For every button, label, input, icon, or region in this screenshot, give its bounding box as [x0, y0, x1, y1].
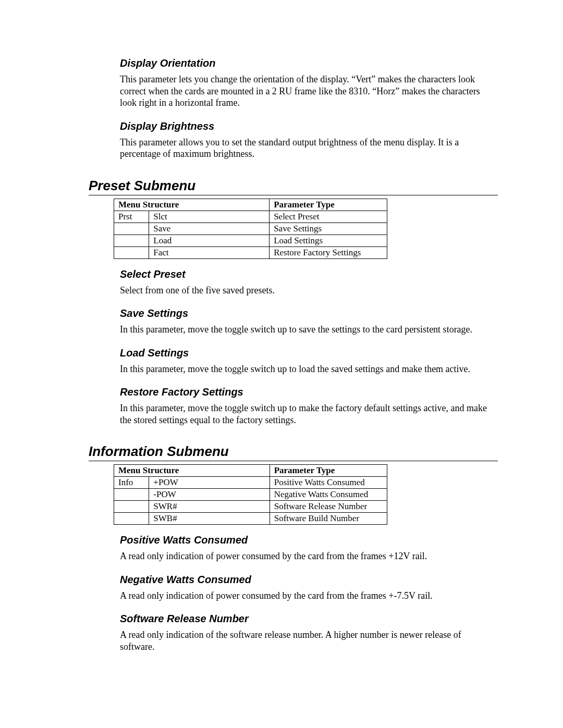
section-select-preset: Select Preset Select from one of the fiv…: [89, 268, 498, 297]
cell-empty: [114, 235, 149, 246]
th-parameter-type: Parameter Type: [270, 199, 387, 211]
heading-load-settings: Load Settings: [120, 347, 498, 359]
table-row: Load Load Settings: [114, 235, 387, 246]
table-row: Info +POW Positive Watts Consumed: [114, 477, 387, 489]
cell-code: +POW: [149, 477, 270, 489]
cell-desc: Software Build Number: [270, 513, 387, 525]
body-negative-watts: A read only indication of power consumed…: [120, 590, 498, 602]
cell-desc: Restore Factory Settings: [270, 246, 387, 258]
heading-information-submenu: Information Submenu: [89, 443, 498, 461]
section-positive-watts: Positive Watts Consumed A read only indi…: [89, 534, 498, 562]
heading-select-preset: Select Preset: [120, 268, 498, 280]
cell-desc: Save Settings: [270, 223, 387, 235]
cell-code: SWB#: [149, 513, 270, 525]
body-software-release: A read only indication of the software r…: [120, 629, 498, 652]
section-save-settings: Save Settings In this parameter, move th…: [89, 307, 498, 336]
body-display-brightness: This parameter allows you to set the sta…: [120, 137, 498, 160]
th-menu-structure: Menu Structure: [114, 199, 270, 211]
heading-display-brightness: Display Brightness: [120, 120, 498, 132]
cell-desc: Software Release Number: [270, 501, 387, 513]
body-save-settings: In this parameter, move the toggle switc…: [120, 324, 498, 336]
cell-code: SWR#: [149, 501, 270, 513]
body-restore-factory: In this parameter, move the toggle switc…: [120, 402, 498, 426]
cell-desc: Select Preset: [270, 211, 387, 223]
cell-empty: [114, 513, 149, 525]
page: Display Orientation This parameter lets …: [0, 0, 563, 728]
cell-code: -POW: [149, 489, 270, 501]
section-software-release: Software Release Number A read only indi…: [89, 613, 498, 652]
body-select-preset: Select from one of the five saved preset…: [120, 285, 498, 297]
heading-save-settings: Save Settings: [120, 307, 498, 319]
table-row: SWB# Software Build Number: [114, 513, 387, 525]
heading-display-orientation: Display Orientation: [120, 57, 498, 69]
body-positive-watts: A read only indication of power consumed…: [120, 550, 498, 562]
cell-code: Slct: [149, 211, 270, 223]
heading-negative-watts: Negative Watts Consumed: [120, 574, 498, 586]
heading-preset-submenu: Preset Submenu: [89, 178, 498, 195]
cell-desc: Positive Watts Consumed: [270, 477, 387, 489]
heading-positive-watts: Positive Watts Consumed: [120, 534, 498, 546]
section-display-brightness: Display Brightness This parameter allows…: [89, 120, 498, 160]
cell-group: Info: [114, 477, 149, 489]
cell-desc: Load Settings: [270, 235, 387, 246]
section-restore-factory: Restore Factory Settings In this paramet…: [89, 386, 498, 426]
preset-menu-table: Menu Structure Parameter Type Prst Slct …: [114, 199, 387, 259]
cell-empty: [114, 223, 149, 235]
table-row: -POW Negative Watts Consumed: [114, 489, 387, 501]
section-load-settings: Load Settings In this parameter, move th…: [89, 347, 498, 375]
body-display-orientation: This parameter lets you change the orien…: [120, 73, 498, 109]
heading-restore-factory: Restore Factory Settings: [120, 386, 498, 398]
table-row: SWR# Software Release Number: [114, 501, 387, 513]
table-row: Save Save Settings: [114, 223, 387, 235]
cell-desc: Negative Watts Consumed: [270, 489, 387, 501]
table-row: Fact Restore Factory Settings: [114, 246, 387, 258]
cell-empty: [114, 501, 149, 513]
body-load-settings: In this parameter, move the toggle switc…: [120, 363, 498, 375]
cell-code: Load: [149, 235, 270, 246]
cell-code: Save: [149, 223, 270, 235]
heading-software-release: Software Release Number: [120, 613, 498, 625]
th-parameter-type: Parameter Type: [270, 465, 387, 477]
cell-code: Fact: [149, 246, 270, 258]
info-menu-table: Menu Structure Parameter Type Info +POW …: [114, 464, 387, 525]
table-row: Prst Slct Select Preset: [114, 211, 387, 223]
section-negative-watts: Negative Watts Consumed A read only indi…: [89, 574, 498, 602]
section-display-orientation: Display Orientation This parameter lets …: [89, 57, 498, 109]
table-header-row: Menu Structure Parameter Type: [114, 465, 387, 477]
cell-empty: [114, 489, 149, 501]
cell-group: Prst: [114, 211, 149, 223]
th-menu-structure: Menu Structure: [114, 465, 270, 477]
cell-empty: [114, 246, 149, 258]
table-header-row: Menu Structure Parameter Type: [114, 199, 387, 211]
